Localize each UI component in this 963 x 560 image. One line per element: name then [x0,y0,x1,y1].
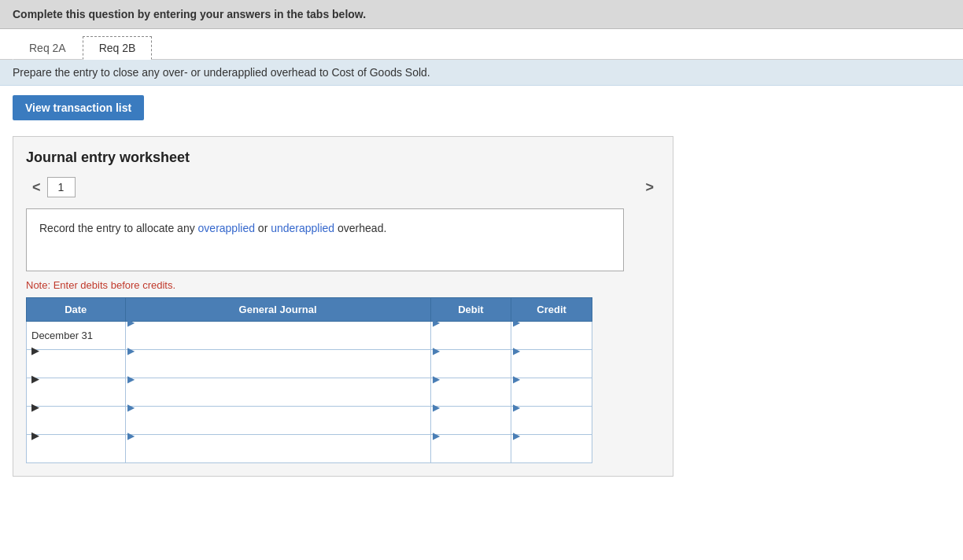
view-transaction-button[interactable]: View transaction list [13,95,144,120]
prev-page-button[interactable]: < [26,178,47,197]
credit-input-2[interactable] [511,385,592,412]
record-note-box: Record the entry to allocate any overapp… [26,208,624,271]
journal-cell-0[interactable]: ▶ [125,322,430,350]
date-input-1[interactable] [31,356,125,384]
journal-input-4[interactable] [126,441,430,469]
table-row: December 31▶▶▶ [27,322,592,350]
debit-input-1[interactable] [431,356,511,384]
credit-arrow: ▶ [511,430,520,441]
col-header-debit: Debit [430,298,511,322]
credit-input-4[interactable] [511,441,592,469]
credit-input-0[interactable] [511,328,592,356]
debit-arrow: ▶ [431,345,440,356]
arrow-indicator: ▶ [126,430,135,441]
tab-req2b[interactable]: Req 2B [83,36,153,60]
credit-arrow: ▶ [511,402,520,413]
next-page-button[interactable]: > [639,178,660,197]
date-cell-0: December 31 [27,322,126,350]
debit-arrow: ▶ [431,430,440,441]
debit-cell-0[interactable]: ▶ [430,322,511,350]
date-input-2[interactable] [31,385,125,412]
instruction-text: Prepare the entry to close any over- or … [13,66,430,79]
arrow-indicator: ▶ [126,374,135,385]
arrow-indicator: ▶ [126,345,135,356]
credit-input-3[interactable] [511,413,592,440]
credit-arrow: ▶ [511,345,520,356]
debit-input-2[interactable] [431,385,511,412]
arrow-indicator: ▶ [126,402,135,413]
page-number-box: 1 [47,177,76,197]
worksheet-title: Journal entry worksheet [26,149,660,166]
debit-arrow: ▶ [431,374,440,385]
nav-row: < 1 > [26,177,660,197]
journal-input-3[interactable] [126,413,430,440]
journal-input-1[interactable] [126,356,430,384]
col-header-credit: Credit [511,298,592,322]
banner-text: Complete this question by entering your … [13,8,366,20]
credit-cell-0[interactable]: ▶ [511,322,592,350]
instruction-bar: Prepare the entry to close any over- or … [0,60,963,86]
note-text: Note: Enter debits before credits. [26,279,660,291]
arrow-indicator: ▶ [126,317,135,328]
date-cell-1[interactable]: ▶ [27,350,126,378]
credit-input-1[interactable] [511,356,592,384]
worksheet-container: Journal entry worksheet < 1 > Record the… [13,136,673,477]
debit-arrow: ▶ [431,317,440,328]
col-header-date: Date [27,298,126,322]
tab-req2a[interactable]: Req 2A [13,36,83,60]
credit-arrow: ▶ [511,317,520,328]
top-banner: Complete this question by entering your … [0,0,963,29]
credit-arrow: ▶ [511,374,520,385]
tab-req2b-label: Req 2B [99,42,136,54]
date-input-4[interactable] [31,441,125,469]
tab-req2a-label: Req 2A [29,42,66,54]
journal-input-0[interactable] [126,328,430,356]
record-note-text: Record the entry to allocate any overapp… [39,222,386,234]
date-input-3[interactable] [31,413,125,440]
tabs-bar: Req 2A Req 2B [0,29,963,60]
col-header-journal: General Journal [125,298,430,322]
debit-input-0[interactable] [431,328,511,356]
debit-input-4[interactable] [431,441,511,469]
debit-input-3[interactable] [431,413,511,440]
journal-input-2[interactable] [126,385,430,412]
debit-arrow: ▶ [431,402,440,413]
journal-table: Date General Journal Debit Credit Decemb… [26,297,592,463]
